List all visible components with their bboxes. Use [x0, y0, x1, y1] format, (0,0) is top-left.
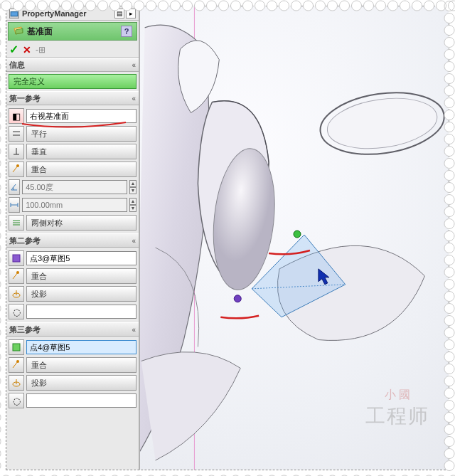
project-icon[interactable]: [9, 286, 24, 302]
ref3-selection-field[interactable]: [26, 340, 136, 354]
graphics-viewport[interactable]: 小 國 工程师: [140, 6, 449, 470]
angle-spinner[interactable]: ▲▼: [129, 180, 136, 194]
ref2-extra-icon[interactable]: ◌: [9, 304, 24, 319]
project-icon[interactable]: [9, 375, 24, 391]
parallel-icon[interactable]: [9, 126, 24, 142]
ref2-select-icon[interactable]: [9, 250, 24, 266]
pm-scroll[interactable]: 信息« 完全定义 第一参考« ◧ 平行: [6, 58, 139, 470]
distance-spinner[interactable]: ▲▼: [129, 198, 136, 212]
section-info-header[interactable]: 信息«: [6, 58, 139, 72]
cancel-button[interactable]: ✕: [23, 44, 31, 55]
section-ref1-header[interactable]: 第一参考«: [6, 91, 139, 105]
chevron-up-icon: «: [132, 326, 136, 334]
help-button[interactable]: ?: [121, 26, 132, 37]
feature-name-bar: 基准面 ?: [8, 22, 137, 41]
pin-button[interactable]: -⊞: [36, 45, 46, 55]
svg-rect-0: [11, 11, 18, 16]
distance-field[interactable]: [22, 198, 127, 212]
coincident-icon[interactable]: [9, 162, 24, 177]
ref3-select-icon[interactable]: [9, 339, 24, 355]
ref3-extra-field[interactable]: [26, 393, 136, 408]
property-manager-panel: PropertyManager ▤ ▸ 基准面 ? ✓ ✕ -⊞ 信息« 完全: [6, 6, 140, 470]
section-ref3-body: 重合 投影 ◌: [6, 337, 139, 411]
section-info-body: 完全定义: [6, 72, 139, 91]
opt-coincident[interactable]: 重合: [26, 162, 136, 177]
section-ref3-header[interactable]: 第三参考«: [6, 322, 139, 337]
svg-marker-2: [16, 28, 23, 34]
feature-name: 基准面: [27, 26, 53, 38]
chevron-up-icon: «: [132, 95, 136, 102]
pm-titlebar: PropertyManager ▤ ▸: [6, 6, 139, 21]
section-ref1-body: ◧ 平行 垂直 重合 ▲▼: [6, 105, 139, 233]
chevron-up-icon: «: [132, 237, 136, 245]
ref2-extra-field[interactable]: [26, 305, 136, 319]
opt-perpendicular[interactable]: 垂直: [26, 144, 136, 159]
opt-coincident[interactable]: 重合: [26, 357, 136, 373]
svg-rect-15: [13, 255, 20, 262]
definition-status: 完全定义: [9, 74, 136, 89]
coincident-icon[interactable]: [9, 268, 24, 284]
section-ref2-header[interactable]: 第二参考«: [6, 233, 139, 248]
ref3-extra-icon[interactable]: ◌: [9, 393, 24, 408]
symmetry-icon[interactable]: [9, 215, 24, 231]
svg-point-17: [16, 271, 19, 274]
svg-point-28: [324, 92, 440, 155]
opt-parallel[interactable]: 平行: [26, 126, 136, 142]
section-ref2-body: 重合 投影 ◌: [6, 248, 139, 322]
pm-tab-icon[interactable]: [9, 9, 19, 18]
perpendicular-icon[interactable]: [9, 144, 24, 159]
coincident-icon[interactable]: [9, 357, 24, 373]
ok-button[interactable]: ✓: [9, 43, 18, 56]
opt-project[interactable]: 投影: [26, 375, 136, 391]
distance-icon[interactable]: [9, 197, 20, 213]
pm-close-icon[interactable]: ▸: [126, 9, 136, 18]
action-bar: ✓ ✕ -⊞: [6, 42, 139, 58]
opt-coincident[interactable]: 重合: [26, 268, 136, 284]
pm-layout-icon[interactable]: ▤: [114, 9, 124, 18]
opt-project[interactable]: 投影: [26, 286, 136, 302]
svg-point-8: [16, 164, 19, 167]
svg-point-32: [294, 231, 301, 238]
ref1-selection-field[interactable]: [26, 109, 136, 123]
plane-icon: [13, 26, 24, 37]
svg-point-22: [16, 360, 19, 363]
svg-point-33: [234, 295, 241, 302]
pm-title: PropertyManager: [22, 9, 86, 18]
svg-rect-20: [13, 344, 20, 351]
chevron-up-icon: «: [132, 61, 136, 69]
angle-icon[interactable]: [9, 179, 20, 195]
ref2-selection-field[interactable]: [26, 251, 136, 265]
watermark: 小 國 工程师: [355, 366, 440, 451]
ref1-select-icon[interactable]: ◧: [9, 108, 24, 124]
angle-field[interactable]: [22, 180, 127, 194]
opt-symmetry[interactable]: 两侧对称: [26, 215, 136, 231]
